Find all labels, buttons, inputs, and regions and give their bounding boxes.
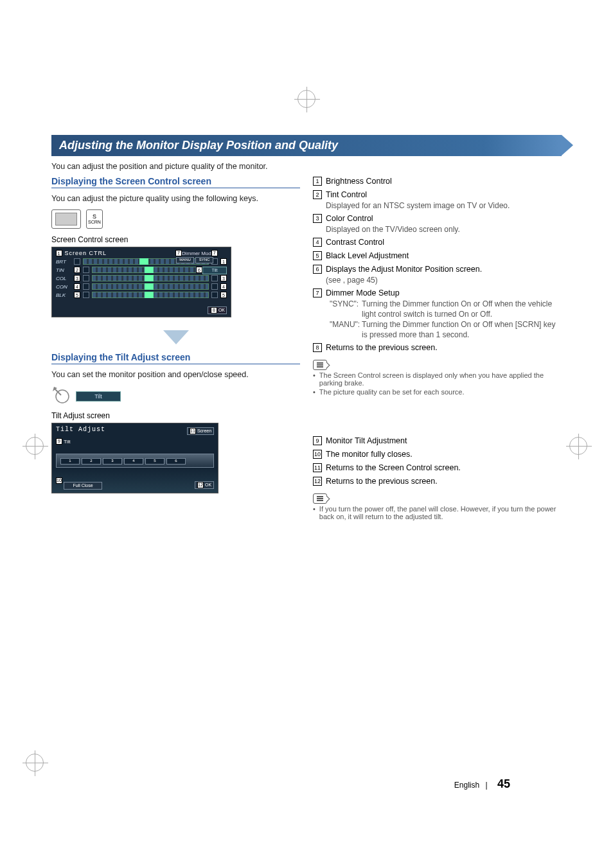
callout-number: 11 bbox=[313, 463, 322, 472]
callout-4b: 4 bbox=[220, 283, 227, 290]
full-close-button: Full Close bbox=[64, 482, 102, 490]
sync-pill: SYNC bbox=[195, 257, 213, 263]
dimmer-label: Dimmer Mod bbox=[182, 250, 211, 256]
callout-4: 4 bbox=[74, 283, 80, 290]
callout-number: 7 bbox=[313, 288, 322, 297]
tilt-pill: Tilt bbox=[202, 267, 227, 274]
callout-9: 9 bbox=[56, 438, 62, 445]
desc-item: 10The monitor fully closes. bbox=[313, 449, 562, 460]
callout-number: 3 bbox=[313, 214, 322, 223]
ok-button-ss1: 8OK bbox=[208, 306, 227, 314]
callout-number: 5 bbox=[313, 251, 322, 260]
callout-10: 10 bbox=[56, 477, 62, 484]
caption-tilt-adjust: Tilt Adjust screen bbox=[51, 411, 300, 420]
section-intro: You can adjust the position and picture … bbox=[51, 161, 562, 172]
section-title: Adjusting the Monitor Display Position a… bbox=[59, 139, 338, 152]
screen-button-ss2: 11Screen bbox=[187, 427, 214, 435]
manu-pill: MANU bbox=[176, 257, 194, 263]
callout-number: 9 bbox=[313, 436, 322, 445]
callout-number: 10 bbox=[313, 450, 322, 459]
subheading-tilt-adjust: Displaying the Tilt Adjust screen bbox=[51, 352, 300, 364]
tilt-label-ss2: Tilt bbox=[64, 438, 70, 444]
con-label: CON bbox=[56, 284, 71, 290]
body-screen-control: You can adjust the picture quality using… bbox=[51, 193, 300, 204]
description-list-2: 9Monitor Tilt Adjustment10The monitor fu… bbox=[313, 436, 562, 487]
col-label: COL bbox=[56, 276, 71, 281]
desc-item: 7Dimmer Mode Setup"SYNC":Turning the Dim… bbox=[313, 288, 562, 341]
callout-1: 1 bbox=[56, 250, 62, 256]
callout-2: 2 bbox=[74, 267, 80, 273]
callout-3: 3 bbox=[74, 275, 80, 281]
desc-item: 3Color ControlDisplayed on the TV/Video … bbox=[313, 213, 562, 235]
callout-6: 6 bbox=[196, 267, 202, 273]
left-column-1: Displaying the Screen Control screen You… bbox=[51, 176, 300, 522]
body-tilt-adjust: You can set the monitor position and ope… bbox=[51, 369, 300, 380]
note-item: •The picture quality can be set for each… bbox=[313, 388, 562, 396]
desc-item: 11Returns to the Screen Control screen. bbox=[313, 463, 562, 474]
screenshot-tilt-adjust: Tilt Adjust 11Screen 9 Tilt 1 2 3 4 5 6 … bbox=[51, 423, 218, 493]
manual-page: Adjusting the Monitor Display Position a… bbox=[0, 0, 613, 868]
note-icon bbox=[313, 360, 327, 370]
callout-5: 5 bbox=[74, 292, 80, 298]
callout-7: 7 bbox=[175, 250, 182, 256]
tilt-soft-button: Tilt bbox=[76, 391, 121, 402]
callout-3b: 3 bbox=[220, 275, 227, 281]
note-item: •If you turn the power off, the panel wi… bbox=[313, 505, 562, 520]
footer-page-number: 45 bbox=[497, 777, 510, 790]
page-footer: English | 45 bbox=[454, 777, 510, 791]
key-s-label: S bbox=[93, 213, 96, 220]
description-list-1: 1Brightness Control2Tint ControlDisplaye… bbox=[313, 176, 562, 353]
desc-item: 1Brightness Control bbox=[313, 176, 562, 187]
callout-11: 11 bbox=[190, 428, 196, 434]
subheading-screen-control: Displaying the Screen Control screen bbox=[51, 176, 300, 188]
footer-language: English bbox=[454, 781, 479, 790]
note-icon bbox=[313, 493, 327, 504]
hardware-key-blank bbox=[51, 209, 81, 229]
desc-item: 9Monitor Tilt Adjustment bbox=[313, 436, 562, 447]
caption-screen-control: Screen Control screen bbox=[51, 235, 300, 244]
desc-item: 8Returns to the previous screen. bbox=[313, 342, 562, 353]
desc-item: 6Displays the Adjust Monitor Position sc… bbox=[313, 264, 562, 285]
callout-5b: 5 bbox=[220, 292, 227, 298]
callout-7b: 7 bbox=[211, 250, 218, 256]
desc-item: 4Contrast Control bbox=[313, 237, 562, 248]
callout-number: 1 bbox=[313, 177, 322, 186]
right-column: 1Brightness Control2Tint ControlDisplaye… bbox=[313, 176, 562, 522]
callout-number: 8 bbox=[313, 343, 322, 352]
callout-number: 4 bbox=[313, 238, 322, 247]
svg-marker-0 bbox=[163, 330, 189, 344]
blk-label: BLK bbox=[56, 292, 71, 298]
hardware-key-scrn: S SCRN bbox=[86, 209, 103, 229]
key-scrn-label: SCRN bbox=[88, 220, 101, 224]
tin-label: TIN bbox=[56, 267, 71, 273]
brt-label: BRT bbox=[56, 259, 71, 265]
note-item: •The Screen Control screen is displayed … bbox=[313, 371, 562, 387]
section-banner: Adjusting the Monitor Display Position a… bbox=[51, 135, 562, 156]
desc-item: 12Returns to the previous screen. bbox=[313, 476, 562, 487]
callout-number: 6 bbox=[313, 265, 322, 274]
callout-number: 12 bbox=[313, 477, 322, 486]
touch-icon bbox=[51, 385, 71, 405]
arrow-down-icon bbox=[163, 330, 189, 346]
screenshot-screen-control: 1 Screen CTRL BRT1 TIN22 COL33 CON44 BLK… bbox=[51, 247, 231, 317]
callout-number: 2 bbox=[313, 190, 322, 199]
desc-item: 2Tint ControlDisplayed for an NTSC syste… bbox=[313, 190, 562, 211]
desc-item: 5Black Level Adjustment bbox=[313, 251, 562, 261]
callout-8: 8 bbox=[211, 307, 217, 314]
